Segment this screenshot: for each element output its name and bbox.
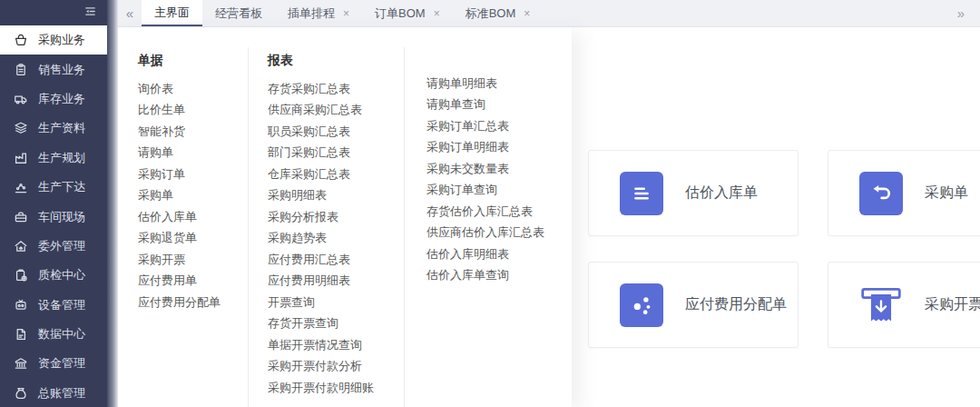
- sidebar-item-factory[interactable]: 生产规划: [0, 144, 107, 173]
- data-icon: [13, 327, 28, 342]
- menu-link[interactable]: 采购开票付款分析: [268, 356, 374, 378]
- menu-link[interactable]: 采购明细表: [268, 185, 374, 207]
- tab-label: 标准BOM: [466, 5, 516, 22]
- menu-link[interactable]: 存货开票查询: [268, 313, 374, 335]
- outsource-icon: [13, 238, 28, 253]
- menu-link[interactable]: 存货估价入库汇总表: [426, 201, 544, 223]
- sidebar-item-label: 数据中心: [38, 326, 85, 342]
- sidebar-item-label: 生产规划: [38, 150, 85, 166]
- sidebar-items: 采购业务销售业务库存业务生产资料生产规划生产下达车间现场委外管理质检中心设备管理…: [0, 25, 107, 407]
- sidebar: 采购业务销售业务库存业务生产资料生产规划生产下达车间现场委外管理质检中心设备管理…: [0, 0, 107, 407]
- clipboard-icon: [13, 62, 28, 77]
- tab-5[interactable]: 标准BOM×: [453, 0, 544, 26]
- shortcut-card-invoice[interactable]: 采购开票: [828, 262, 980, 348]
- menu-link[interactable]: 估价入库单查询: [426, 265, 544, 287]
- menu-link[interactable]: 估价入库明细表: [426, 243, 544, 265]
- sidebar-item-label: 库存业务: [38, 91, 85, 107]
- toolbox-icon: [13, 209, 28, 224]
- shortcut-card-list[interactable]: 估价入库单: [588, 150, 799, 236]
- menu-column-header: 报表: [268, 51, 374, 69]
- sidebar-edge-strip: [107, 0, 118, 407]
- sidebar-item-clipboard[interactable]: 销售业务: [0, 55, 107, 84]
- sidebar-item-basket[interactable]: 采购业务: [0, 25, 107, 55]
- menu-link[interactable]: 请购单查询: [426, 94, 544, 116]
- menu-link[interactable]: 采购趋势表: [268, 228, 374, 250]
- menu-link[interactable]: 开票查询: [268, 292, 374, 313]
- equipment-icon: [13, 297, 28, 313]
- sidebar-item-toolbox[interactable]: 车间现场: [0, 202, 107, 231]
- shortcut-card-undo[interactable]: 采购单: [828, 150, 980, 236]
- tab-close-icon[interactable]: ×: [343, 8, 349, 19]
- menu-link[interactable]: 采购开票: [138, 249, 220, 271]
- dispatch-icon: [13, 180, 28, 195]
- truck-icon: [13, 91, 28, 106]
- share-icon: [620, 283, 663, 327]
- menu-link[interactable]: 应付费用分配单: [138, 292, 220, 313]
- tab-1[interactable]: 主界面: [142, 0, 202, 26]
- menu-link[interactable]: 采购订单明细表: [426, 137, 544, 159]
- undo-icon: [859, 172, 903, 215]
- menu-link[interactable]: 采购订单: [138, 164, 220, 185]
- tab-2[interactable]: 经营看板: [202, 0, 275, 26]
- menu-link[interactable]: 存货采购汇总表: [268, 78, 374, 100]
- menu-link[interactable]: 采购分析报表: [268, 206, 374, 228]
- menu-divider: [248, 47, 249, 407]
- menu-link[interactable]: 单据开票情况查询: [268, 334, 374, 356]
- sidebar-item-inspection[interactable]: 质检中心: [0, 261, 107, 290]
- invoice-icon: [859, 283, 903, 327]
- tab-label: 经营看板: [215, 5, 262, 22]
- sidebar-item-layers[interactable]: 生产资料: [0, 114, 107, 143]
- shortcut-label: 估价入库单: [685, 184, 758, 203]
- tab-close-icon[interactable]: ×: [434, 8, 440, 19]
- sidebar-item-equipment[interactable]: 设备管理: [0, 291, 107, 320]
- menu-link[interactable]: 供应商采购汇总表: [268, 100, 374, 122]
- menu-collapse-icon[interactable]: [82, 5, 99, 22]
- menu-link[interactable]: 供应商估价入库汇总表: [426, 223, 544, 244]
- menu-col-2: 报表存货采购汇总表供应商采购汇总表职员采购汇总表部门采购汇总表仓库采购汇总表采购…: [268, 27, 374, 399]
- tab-3[interactable]: 插单排程×: [275, 0, 362, 26]
- tab-bar: « 主界面经营看板插单排程×订单BOM×标准BOM× »: [118, 0, 980, 27]
- sidebar-item-outsource[interactable]: 委外管理: [0, 232, 107, 261]
- menu-link[interactable]: 采购未交数量表: [426, 158, 544, 180]
- sidebar-item-label: 资金管理: [38, 355, 85, 372]
- menu-link[interactable]: 智能补货: [138, 121, 220, 143]
- tab-label: 订单BOM: [375, 5, 426, 22]
- sidebar-item-dispatch[interactable]: 生产下达: [0, 173, 107, 202]
- sidebar-item-bank[interactable]: 资金管理: [0, 349, 107, 378]
- mega-menu-panel: 单据询价表比价生单智能补货请购单采购订单采购单估价入库单采购退货单采购开票应付费…: [118, 27, 572, 407]
- shortcut-card-share[interactable]: 应付费用分配单: [588, 262, 799, 348]
- sidebar-item-data[interactable]: 数据中心: [0, 320, 107, 349]
- tab-label: 主界面: [154, 5, 190, 21]
- tab-scroll-right-icon[interactable]: »: [947, 0, 975, 26]
- basket-icon: [13, 33, 28, 48]
- menu-link[interactable]: 估价入库单: [138, 206, 220, 228]
- menu-link[interactable]: 采购开票付款明细账: [268, 377, 374, 399]
- sidebar-item-truck[interactable]: 库存业务: [0, 84, 107, 114]
- menu-link[interactable]: 请购单明细表: [426, 73, 544, 94]
- main-area: « 主界面经营看板插单排程×订单BOM×标准BOM× » 单据询价表比价生单智能…: [118, 0, 980, 407]
- menu-link[interactable]: 部门采购汇总表: [268, 143, 374, 164]
- factory-icon: [13, 150, 28, 165]
- menu-link[interactable]: 应付费用单: [138, 271, 220, 293]
- menu-divider: [404, 47, 405, 407]
- menu-link[interactable]: 采购订单查询: [426, 180, 544, 202]
- layers-icon: [13, 121, 28, 136]
- menu-link[interactable]: 职员采购汇总表: [268, 121, 374, 143]
- menu-link[interactable]: 询价表: [138, 78, 220, 100]
- menu-link[interactable]: 仓库采购汇总表: [268, 164, 374, 185]
- menu-link[interactable]: 应付费用汇总表: [268, 249, 374, 271]
- shortcut-label: 采购单: [925, 184, 968, 203]
- sidebar-item-label: 车间现场: [38, 209, 85, 225]
- menu-link[interactable]: 采购单: [138, 185, 220, 207]
- tab-4[interactable]: 订单BOM×: [362, 0, 453, 26]
- bank-icon: [13, 356, 28, 372]
- tab-scroll-left-icon[interactable]: «: [118, 0, 142, 26]
- menu-link[interactable]: 比价生单: [138, 100, 220, 122]
- sidebar-item-label: 生产下达: [38, 179, 85, 195]
- menu-link[interactable]: 应付费用明细表: [268, 271, 374, 293]
- menu-link[interactable]: 采购退货单: [138, 228, 220, 250]
- tab-close-icon[interactable]: ×: [524, 8, 530, 19]
- menu-link[interactable]: 采购订单汇总表: [426, 115, 544, 137]
- menu-link[interactable]: 请购单: [138, 143, 220, 164]
- sidebar-item-ledger[interactable]: 总账管理: [0, 379, 107, 407]
